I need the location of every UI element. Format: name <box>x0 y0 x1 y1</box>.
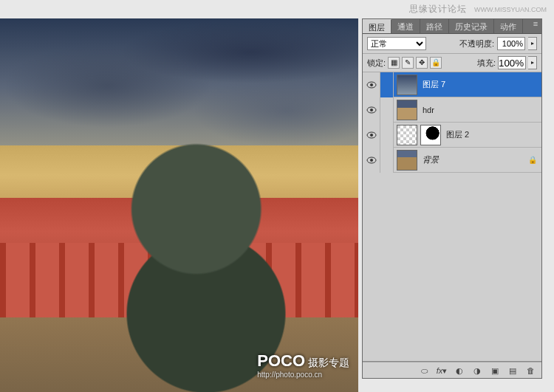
group-icon[interactable]: ▣ <box>487 364 503 377</box>
eye-icon <box>366 81 377 89</box>
poco-watermark: POCO摄影专题 http://photo.poco.cn <box>257 351 349 379</box>
eye-icon <box>366 131 377 139</box>
blend-opacity-row: 正常 不透明度: ▸ <box>363 34 541 54</box>
link-cell[interactable] <box>380 72 394 97</box>
visibility-toggle[interactable] <box>363 72 380 97</box>
layer-row[interactable]: hdr <box>363 97 541 123</box>
svg-point-7 <box>370 159 373 162</box>
visibility-toggle[interactable] <box>363 123 380 148</box>
adjustment-layer-icon[interactable]: ◑ <box>469 364 485 377</box>
layers-list: 图层 7 hdr 图层 2 背景 🔒 <box>363 72 541 362</box>
opacity-label: 不透明度: <box>459 38 494 49</box>
eye-icon <box>366 157 377 164</box>
link-cell[interactable] <box>380 97 394 123</box>
lock-label: 锁定: <box>367 58 386 69</box>
layer-name[interactable]: 背景 <box>420 154 528 165</box>
layer-mask-thumbnail[interactable] <box>420 125 441 145</box>
layer-thumbnail[interactable] <box>397 125 417 145</box>
lock-transparent-icon[interactable]: ▦ <box>388 57 400 69</box>
fill-stepper[interactable]: ▸ <box>528 56 537 69</box>
layer-row[interactable]: 图层 7 <box>363 72 541 97</box>
fill-label: 填充: <box>477 58 496 69</box>
lock-all-icon[interactable]: 🔒 <box>430 57 442 69</box>
panel-footer: ⬭ fx▾ ◐ ◑ ▣ ▤ 🗑 <box>363 362 541 378</box>
panel-tab-bar: 图层 通道 路径 历史记录 动作 ≡ <box>363 19 541 34</box>
visibility-toggle[interactable] <box>363 97 380 123</box>
tab-layers[interactable]: 图层 <box>363 19 391 33</box>
layer-name[interactable]: 图层 2 <box>444 129 537 140</box>
visibility-toggle[interactable] <box>363 148 380 173</box>
eye-icon <box>366 106 377 114</box>
svg-point-5 <box>370 134 373 137</box>
tab-history[interactable]: 历史记录 <box>449 19 494 33</box>
svg-point-3 <box>370 109 373 111</box>
svg-point-1 <box>370 83 373 86</box>
layer-thumbnail[interactable] <box>397 75 417 95</box>
layer-thumbnail[interactable] <box>397 100 417 120</box>
layer-thumbnail[interactable] <box>397 150 417 171</box>
trash-icon[interactable]: 🗑 <box>522 364 538 377</box>
new-layer-icon[interactable]: ▤ <box>505 364 521 377</box>
link-layers-icon[interactable]: ⬭ <box>416 364 432 377</box>
layer-name[interactable]: 图层 7 <box>420 79 537 90</box>
lock-pixels-icon[interactable]: ✎ <box>402 57 414 69</box>
layer-row[interactable]: 背景 🔒 <box>363 148 541 173</box>
document-canvas[interactable]: POCO摄影专题 http://photo.poco.cn <box>0 18 358 392</box>
lock-icon: 🔒 <box>528 156 537 164</box>
opacity-input[interactable] <box>497 37 525 50</box>
tab-channels[interactable]: 通道 <box>391 19 420 33</box>
panel-menu-icon[interactable]: ≡ <box>530 19 541 33</box>
opacity-stepper[interactable]: ▸ <box>528 37 537 50</box>
blend-mode-select[interactable]: 正常 <box>367 37 426 50</box>
tab-paths[interactable]: 路径 <box>420 19 449 33</box>
link-cell[interactable] <box>380 148 394 173</box>
link-cell[interactable] <box>380 123 394 148</box>
layers-panel: 图层 通道 路径 历史记录 动作 ≡ 正常 不透明度: ▸ 锁定: ▦ ✎ ✥ … <box>362 18 542 379</box>
fx-icon[interactable]: fx▾ <box>434 364 450 377</box>
tab-actions[interactable]: 动作 <box>494 19 523 33</box>
lock-position-icon[interactable]: ✥ <box>416 57 428 69</box>
layer-name[interactable]: hdr <box>420 106 537 114</box>
lock-fill-row: 锁定: ▦ ✎ ✥ 🔒 填充: ▸ <box>363 54 541 72</box>
site-watermark: 思缘设计论坛 WWW.MISSYUAN.COM <box>409 3 547 16</box>
add-mask-icon[interactable]: ◐ <box>451 364 468 377</box>
fill-input[interactable] <box>498 56 526 69</box>
layer-row[interactable]: 图层 2 <box>363 123 541 148</box>
